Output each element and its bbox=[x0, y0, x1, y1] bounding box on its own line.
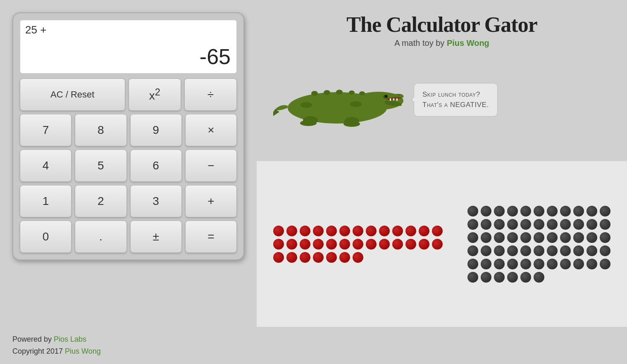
dark-dot bbox=[573, 245, 584, 256]
four-button[interactable]: 4 bbox=[20, 150, 72, 182]
svg-point-16 bbox=[336, 90, 343, 95]
button-row-4: 1 2 3 + bbox=[20, 185, 237, 217]
app-subtitle: A math toy by Pius Wong bbox=[273, 38, 610, 48]
dark-dot bbox=[467, 272, 478, 283]
dark-dot bbox=[586, 219, 597, 230]
nine-button[interactable]: 9 bbox=[130, 114, 182, 146]
powered-by-prefix: Powered by bbox=[12, 335, 54, 343]
red-dot bbox=[353, 252, 363, 263]
dark-dot bbox=[494, 272, 505, 283]
button-row-5: 0 . ± = bbox=[20, 221, 237, 253]
subtitle-prefix: A math toy by bbox=[394, 38, 447, 48]
two-button[interactable]: 2 bbox=[75, 185, 126, 217]
svg-point-18 bbox=[359, 91, 365, 95]
dark-dot bbox=[481, 206, 491, 216]
dark-dot bbox=[520, 219, 531, 230]
dark-dot-row bbox=[467, 219, 610, 230]
red-dot bbox=[379, 226, 390, 236]
svg-point-14 bbox=[311, 91, 318, 96]
dark-dot bbox=[586, 245, 597, 256]
eight-button[interactable]: 8 bbox=[75, 114, 126, 146]
pius-wong-link[interactable]: Pius Wong bbox=[65, 347, 101, 355]
title-area: The Calculator Gator A math toy by Pius … bbox=[273, 12, 610, 48]
red-dot bbox=[300, 252, 310, 263]
dark-dot bbox=[494, 245, 505, 256]
dark-dot bbox=[560, 232, 571, 243]
red-dot bbox=[405, 226, 416, 236]
dark-dot bbox=[520, 245, 531, 256]
dark-dot-row bbox=[467, 232, 610, 243]
multiply-button[interactable]: × bbox=[185, 114, 237, 146]
svg-point-17 bbox=[349, 90, 355, 95]
svg-rect-5 bbox=[390, 98, 391, 101]
plusminus-button[interactable]: ± bbox=[130, 221, 182, 253]
dark-dot bbox=[560, 206, 571, 216]
dark-dot-row bbox=[467, 206, 610, 216]
pios-labs-link[interactable]: Pios Labs bbox=[54, 335, 86, 343]
red-dot bbox=[313, 252, 324, 263]
button-row-3: 4 5 6 − bbox=[20, 150, 237, 182]
dark-dot-row bbox=[467, 272, 610, 283]
dark-dot bbox=[507, 232, 518, 243]
gator-image bbox=[273, 64, 405, 135]
seven-button[interactable]: 7 bbox=[20, 114, 72, 146]
dark-dot bbox=[507, 259, 518, 269]
svg-point-15 bbox=[324, 90, 330, 95]
dark-dot-row bbox=[467, 259, 610, 269]
footer: Powered by Pios Labs Copyright 2017 Pius… bbox=[0, 327, 627, 364]
red-dot bbox=[339, 226, 350, 236]
svg-point-3 bbox=[385, 95, 387, 98]
zero-button[interactable]: 0 bbox=[20, 221, 72, 253]
dark-dot bbox=[586, 206, 597, 216]
red-dot-row bbox=[273, 239, 443, 250]
dark-dot bbox=[534, 245, 544, 256]
svg-point-13 bbox=[343, 121, 360, 127]
minus-button[interactable]: − bbox=[185, 150, 237, 182]
red-dot bbox=[313, 226, 324, 236]
dark-dot bbox=[481, 245, 491, 256]
square-label: x2 bbox=[149, 87, 160, 102]
plus-button[interactable]: + bbox=[185, 185, 237, 217]
dark-dot bbox=[534, 232, 544, 243]
right-panel: The Calculator Gator A math toy by Pius … bbox=[257, 0, 627, 327]
dark-dot bbox=[534, 219, 544, 230]
red-dot bbox=[300, 226, 310, 236]
dark-dot bbox=[481, 232, 491, 243]
dark-dot bbox=[586, 259, 597, 269]
divide-button[interactable]: ÷ bbox=[184, 79, 237, 111]
dark-dot bbox=[573, 259, 584, 269]
ac-reset-button[interactable]: AC / Reset bbox=[20, 79, 125, 111]
red-dots-visualization bbox=[273, 226, 443, 263]
square-button[interactable]: x2 bbox=[129, 79, 181, 111]
result-display: -65 bbox=[200, 44, 231, 69]
dark-dot bbox=[573, 232, 584, 243]
svg-rect-6 bbox=[393, 98, 394, 100]
red-dot bbox=[366, 226, 377, 236]
dark-dot bbox=[467, 206, 478, 216]
calculator-wrapper: 25 + -65 AC / Reset x2 ÷ 7 8 9 × bbox=[0, 0, 257, 327]
svg-point-10 bbox=[300, 102, 312, 108]
dark-dot bbox=[573, 206, 584, 216]
dark-dot bbox=[600, 232, 610, 243]
six-button[interactable]: 6 bbox=[130, 150, 182, 182]
dark-dot bbox=[507, 219, 518, 230]
red-dot bbox=[326, 239, 337, 250]
dark-dot bbox=[507, 272, 518, 283]
one-button[interactable]: 1 bbox=[20, 185, 72, 217]
red-dot bbox=[286, 226, 297, 236]
red-dot bbox=[432, 239, 443, 250]
red-dot bbox=[392, 226, 403, 236]
equals-button[interactable]: = bbox=[185, 221, 237, 253]
calculator-display: 25 + -65 bbox=[20, 20, 237, 74]
three-button[interactable]: 3 bbox=[130, 185, 182, 217]
five-button[interactable]: 5 bbox=[75, 150, 126, 182]
red-dot bbox=[339, 252, 350, 263]
dark-dot bbox=[520, 272, 531, 283]
svg-point-11 bbox=[350, 101, 362, 107]
dot-button[interactable]: . bbox=[75, 221, 126, 253]
dark-dot bbox=[481, 272, 491, 283]
dark-dot bbox=[547, 259, 558, 269]
svg-point-4 bbox=[398, 94, 401, 96]
speech-line2: That's a NEGATIVE. bbox=[422, 100, 489, 110]
red-dot bbox=[405, 239, 416, 250]
